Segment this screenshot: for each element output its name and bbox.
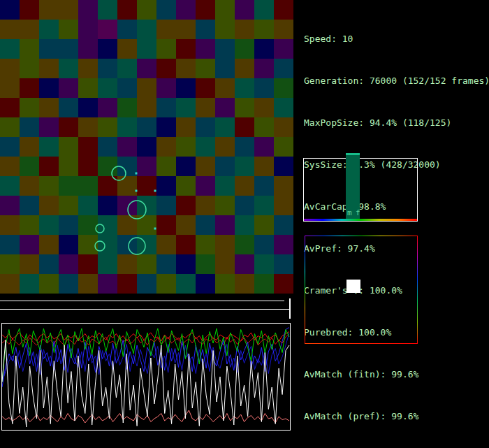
preference-marker <box>346 280 360 293</box>
world-cell <box>59 137 78 157</box>
world-cell <box>196 137 215 157</box>
world-cell <box>98 98 117 117</box>
world-cell <box>235 98 254 117</box>
world-cell <box>254 157 274 176</box>
world-cell <box>235 0 254 20</box>
world-cell <box>235 78 254 98</box>
world-cell <box>215 78 235 98</box>
world-cell <box>39 157 59 176</box>
world-cell <box>39 176 59 196</box>
world-cell <box>274 78 293 98</box>
world-cell <box>235 20 254 39</box>
world-cell <box>156 274 176 294</box>
world-cell <box>235 157 254 176</box>
world-cell <box>20 39 39 59</box>
world-cell <box>0 274 20 294</box>
world-cell <box>215 235 235 254</box>
world-cell <box>137 59 156 78</box>
world-cell <box>176 98 196 117</box>
world-grid <box>0 0 293 294</box>
world-cell <box>254 0 274 20</box>
timeline-thumb[interactable] <box>289 298 291 319</box>
world-cell <box>137 20 156 39</box>
world-cell <box>274 215 293 235</box>
rainbow-border-top <box>305 236 418 236</box>
world-cell <box>156 157 176 176</box>
world-cell <box>98 0 117 20</box>
world-cell <box>0 20 20 39</box>
world-cell <box>117 117 137 137</box>
world-cell <box>98 78 117 98</box>
world-cell <box>0 196 20 215</box>
world-cell <box>215 137 235 157</box>
world-cell <box>274 20 293 39</box>
world-cell <box>78 137 98 157</box>
world-cell <box>117 157 137 176</box>
divider-line <box>0 301 284 301</box>
chart-series-pink-lower <box>2 410 289 423</box>
world-cell <box>98 39 117 59</box>
world-cell <box>59 215 78 235</box>
world-cell <box>137 254 156 274</box>
stat-generation: Generation: 76000 (152/152 frames) <box>304 74 489 88</box>
world-cell <box>98 196 117 215</box>
world-cell <box>59 235 78 254</box>
sex-histogram-bar-cap <box>346 153 360 155</box>
world-cell <box>0 254 20 274</box>
world-cell <box>176 157 196 176</box>
world-cell <box>98 274 117 294</box>
world-cell <box>274 98 293 117</box>
world-cell <box>235 254 254 274</box>
world-cell <box>39 78 59 98</box>
world-cell <box>59 20 78 39</box>
world-cell <box>156 20 176 39</box>
world-cell <box>137 157 156 176</box>
world-cell <box>98 137 117 157</box>
world-cell <box>254 254 274 274</box>
world-cell <box>59 39 78 59</box>
world-cell <box>117 274 137 294</box>
world-cell <box>0 39 20 59</box>
world-cell <box>215 196 235 215</box>
world-cell <box>39 254 59 274</box>
world-cell <box>254 274 274 294</box>
world-cell <box>39 137 59 157</box>
world-cell <box>117 235 137 254</box>
world-cell <box>0 176 20 196</box>
world-cell <box>176 39 196 59</box>
world-cell <box>117 39 137 59</box>
world-cell <box>254 196 274 215</box>
world-cell <box>59 254 78 274</box>
world-cell <box>274 157 293 176</box>
timeline-track[interactable] <box>0 309 291 310</box>
world-cell <box>59 59 78 78</box>
world-cell <box>78 215 98 235</box>
world-cell <box>215 20 235 39</box>
hue-scale-strip <box>304 219 417 221</box>
world-cell <box>117 196 137 215</box>
world-cell <box>235 59 254 78</box>
world-cell <box>117 215 137 235</box>
population-chart <box>2 324 290 430</box>
world-cell <box>20 176 39 196</box>
world-cell <box>176 59 196 78</box>
world-cell <box>137 98 156 117</box>
world-cell <box>0 78 20 98</box>
world-cell <box>39 20 59 39</box>
world-cell <box>176 235 196 254</box>
world-cell <box>39 59 59 78</box>
world-cell <box>215 117 235 137</box>
world-cell <box>0 59 20 78</box>
world-cell <box>215 215 235 235</box>
world-cell <box>274 196 293 215</box>
world-cell <box>254 176 274 196</box>
world-cell <box>215 98 235 117</box>
world-cell <box>0 117 20 137</box>
world-cell <box>176 78 196 98</box>
world-cell <box>137 0 156 20</box>
world-cell <box>156 98 176 117</box>
world-cell <box>59 274 78 294</box>
world-cell <box>39 235 59 254</box>
world-cell <box>78 20 98 39</box>
world-cell <box>196 78 215 98</box>
